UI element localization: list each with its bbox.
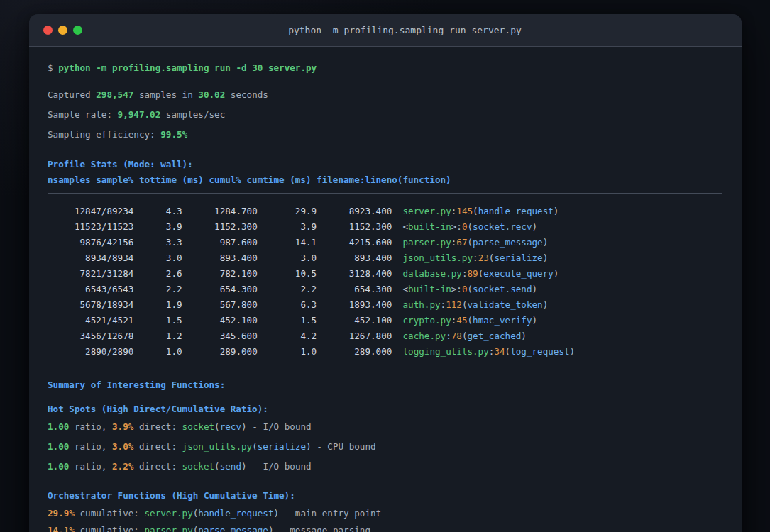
profile-columns-header: nsamples sample% tottime (ms) cumul% cum… [48,172,722,188]
orchestrators-list: 29.9% cumulative: server.py(handle_reque… [48,506,722,532]
terminal-content: $ python -m profiling.sampling run -d 30… [29,47,742,532]
orchestrator-line: 14.1% cumulative: parser.py(parse_messag… [48,523,722,532]
shell-prompt: $ [48,62,53,73]
table-row: 7821/31284 2.6 782.100 10.5 3128.400 dat… [48,266,722,282]
traffic-lights [43,26,82,35]
terminal-window: python -m profiling.sampling run server.… [29,14,742,532]
table-row: 4521/4521 1.5 452.100 1.5 452.100 crypto… [48,313,722,328]
close-button[interactable] [43,26,53,35]
capture-stat-line: Sample rate: 9,947.02 samples/sec [48,107,722,123]
profile-stats-heading: Profile Stats (Mode: wall): [48,157,722,172]
command-line: $ python -m profiling.sampling run -d 30… [48,60,722,76]
hot-spot-line: 1.00 ratio, 3.9% direct: socket(recv) - … [48,419,722,435]
table-row: 12847/89234 4.3 1284.700 29.9 8923.400 s… [48,204,722,219]
command-text: python -m profiling.sampling run -d 30 s… [58,62,317,73]
hot-spots-heading: Hot Spots (High Direct/Cumulative Ratio)… [48,401,722,417]
profile-table: 12847/89234 4.3 1284.700 29.9 8923.400 s… [48,204,722,360]
table-row: 8934/8934 3.0 893.400 3.0 893.400 json_u… [48,250,722,266]
capture-stat-line: Sampling efficiency: 99.5% [48,127,722,143]
terminal-titlebar[interactable]: python -m profiling.sampling run server.… [29,14,742,47]
table-row: 9876/42156 3.3 987.600 14.1 4215.600 par… [48,235,722,250]
desktop-background: python -m profiling.sampling run server.… [0,0,770,532]
table-row: 5678/18934 1.9 567.800 6.3 1893.400 auth… [48,297,722,313]
window-title: python -m profiling.sampling run server.… [82,25,727,35]
hot-spot-line: 1.00 ratio, 2.2% direct: socket(send) - … [48,459,722,475]
orchestrators-heading: Orchestrator Functions (High Cumulative … [48,488,722,504]
hot-spot-line: 1.00 ratio, 3.0% direct: json_utils.py(s… [48,439,722,455]
table-row: 2890/2890 1.0 289.000 1.0 289.000 loggin… [48,344,722,360]
orchestrator-line: 29.9% cumulative: server.py(handle_reque… [48,506,722,521]
table-row: 6543/6543 2.2 654.300 2.2 654.300 <built… [48,282,722,297]
summary-heading: Summary of Interesting Functions: [48,377,722,393]
hot-spots-list: 1.00 ratio, 3.9% direct: socket(recv) - … [48,419,722,475]
table-row: 3456/12678 1.2 345.600 4.2 1267.800 cach… [48,328,722,344]
minimize-button[interactable] [58,26,67,35]
capture-stats: Captured 298,547 samples in 30.02 second… [48,87,722,143]
capture-stat-line: Captured 298,547 samples in 30.02 second… [48,87,722,103]
table-row: 11523/11523 3.9 1152.300 3.9 1152.300 <b… [48,219,722,235]
table-separator [48,193,722,194]
maximize-button[interactable] [73,26,82,35]
